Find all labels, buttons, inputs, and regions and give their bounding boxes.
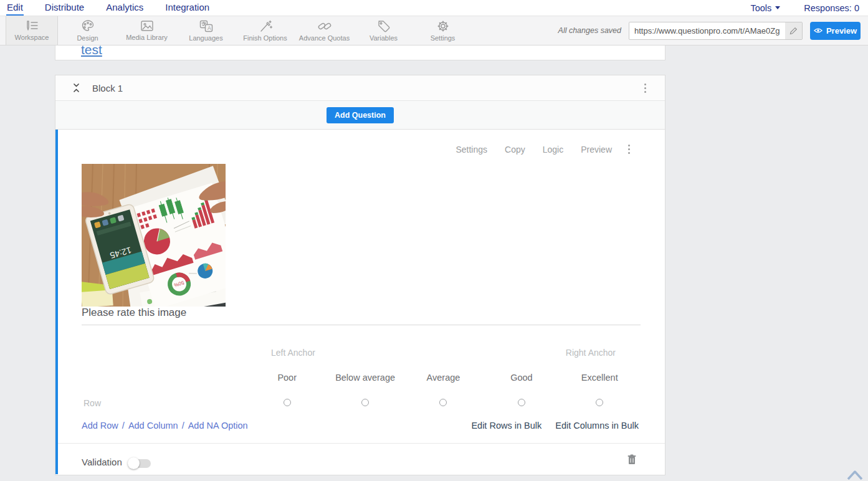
scale-label[interactable]: Average: [404, 373, 482, 383]
toolbar-item-label: Media Library: [126, 34, 168, 41]
survey-title-card: test: [55, 45, 665, 60]
add-row-link[interactable]: Add Row: [82, 421, 118, 431]
question-text[interactable]: Please rate this image: [82, 307, 186, 319]
radio-button[interactable]: [518, 399, 525, 406]
bulk-edit-links: Edit Rows in Bulk Edit Columns in Bulk: [471, 421, 639, 431]
nav-tab-integration[interactable]: Integration: [165, 1, 210, 16]
delete-question-icon[interactable]: [627, 454, 636, 467]
survey-url-input[interactable]: [629, 22, 785, 39]
toolbar-item-label: Design: [77, 34, 98, 42]
toolbar-item-finish-options[interactable]: Finish Options: [236, 16, 295, 45]
toolbar-item-label: Workspace: [15, 34, 49, 41]
workspace-icon: [24, 21, 39, 32]
add-column-link[interactable]: Add Column: [128, 421, 178, 431]
toolbar-item-label: Settings: [431, 34, 455, 42]
nav-tab-edit[interactable]: Edit: [6, 1, 24, 16]
radio-row: [248, 399, 639, 406]
toolbar-item-label: Finish Options: [243, 34, 287, 42]
responses-count[interactable]: Responses: 0: [804, 3, 859, 13]
scroll-to-top-icon[interactable]: [846, 469, 864, 481]
radio-button[interactable]: [439, 399, 447, 406]
pencil-icon: [789, 27, 798, 35]
toolbar-item-variables[interactable]: Variables: [354, 16, 413, 45]
radio-button[interactable]: [284, 399, 291, 406]
question-preview-button[interactable]: Preview: [581, 145, 612, 155]
anchor-row: Left Anchor Right Anchor: [248, 348, 639, 358]
question-copy-button[interactable]: Copy: [505, 145, 525, 155]
survey-title[interactable]: test: [81, 45, 102, 57]
question-image[interactable]: 50%: [82, 164, 226, 307]
finish-options-icon: [259, 20, 272, 32]
radio-button[interactable]: [596, 399, 603, 406]
preview-button-label: Preview: [826, 26, 857, 36]
question-text-underline: [82, 325, 641, 325]
validation-label: Validation: [82, 457, 122, 467]
design-icon: [81, 20, 95, 32]
add-na-option-link[interactable]: Add NA Option: [188, 421, 248, 431]
edit-columns-in-bulk-link[interactable]: Edit Columns in Bulk: [555, 421, 639, 431]
question-toolbar: Settings Copy Logic Preview: [455, 142, 632, 156]
settings-icon: [436, 20, 450, 32]
left-anchor-input[interactable]: Left Anchor: [271, 348, 315, 358]
toolbar-item-languages[interactable]: A Languages: [176, 16, 236, 45]
radio-button[interactable]: [361, 399, 369, 406]
save-status: All changes saved: [558, 26, 621, 35]
toolbar-item-media-library[interactable]: Media Library: [117, 16, 176, 45]
scale-label[interactable]: Below average: [326, 373, 404, 383]
advance-quotas-icon: [317, 20, 332, 32]
toolbar-item-label: Advance Quotas: [299, 34, 350, 42]
edit-rows-in-bulk-link[interactable]: Edit Rows in Bulk: [471, 421, 541, 431]
block-title[interactable]: Block 1: [92, 83, 123, 93]
preview-button[interactable]: Preview: [810, 22, 861, 40]
toolbar-item-workspace[interactable]: Workspace: [6, 16, 58, 45]
editor-toolbar: Workspace Design Media Library A Languag…: [0, 16, 868, 45]
eye-icon: [814, 27, 823, 34]
variables-icon: [377, 20, 391, 32]
scale-label[interactable]: Excellent: [561, 373, 639, 383]
scale-label[interactable]: Good: [482, 373, 560, 383]
row-column-links: Add Row / Add Column / Add NA Option: [82, 421, 248, 431]
survey-editor-page: Edit Distribute Analytics Integration To…: [0, 0, 868, 481]
add-question-button[interactable]: Add Question: [327, 107, 394, 123]
link-separator: /: [182, 421, 184, 431]
row-text-input[interactable]: Row: [83, 398, 101, 408]
link-separator: /: [122, 421, 125, 431]
svg-text:A: A: [207, 25, 211, 31]
question-menu-icon[interactable]: [626, 142, 632, 156]
question-settings-button[interactable]: Settings: [455, 145, 487, 155]
toolbar-item-design[interactable]: Design: [58, 16, 117, 45]
collapse-block-icon[interactable]: [72, 83, 81, 92]
nav-tab-analytics[interactable]: Analytics: [105, 1, 144, 16]
toolbar-item-settings[interactable]: Settings: [413, 16, 472, 45]
media-library-icon: [140, 20, 154, 32]
toolbar-item-label: Variables: [370, 34, 398, 42]
tools-menu[interactable]: Tools: [750, 3, 780, 13]
block-menu-icon[interactable]: [642, 81, 649, 95]
toolbar-item-label: Languages: [189, 34, 222, 42]
chevron-down-icon: [775, 6, 780, 9]
languages-icon: A: [199, 20, 213, 32]
right-anchor-input[interactable]: Right Anchor: [566, 348, 616, 358]
validation-toggle[interactable]: [130, 459, 151, 468]
nav-tab-distribute[interactable]: Distribute: [44, 1, 85, 16]
scale-labels-row: Poor Below average Average Good Excellen…: [248, 373, 639, 383]
question-card: Settings Copy Logic Preview: [55, 130, 665, 474]
tools-label: Tools: [750, 3, 771, 13]
block-header: Block 1: [55, 75, 665, 101]
question-logic-button[interactable]: Logic: [543, 145, 563, 155]
question-footer-divider: [58, 443, 665, 444]
toolbar-item-advance-quotas[interactable]: Advance Quotas: [295, 16, 354, 45]
edit-url-button[interactable]: [785, 22, 802, 39]
top-nav: Edit Distribute Analytics Integration To…: [0, 0, 868, 16]
add-question-row: Add Question: [55, 101, 665, 130]
scale-label[interactable]: Poor: [248, 373, 326, 383]
survey-url-box: [629, 22, 803, 40]
block-card: Block 1 Add Question Settings Copy Logic…: [55, 75, 665, 475]
